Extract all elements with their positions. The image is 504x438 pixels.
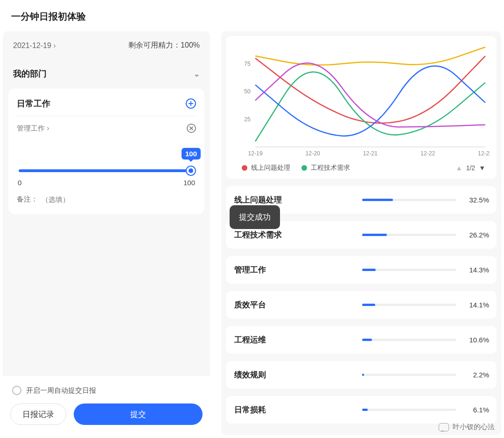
- progress-bar: [362, 339, 456, 341]
- add-task-button[interactable]: [186, 98, 196, 109]
- progress-percent: 14.3%: [463, 266, 489, 274]
- progress-item: 工程运维10.6%: [226, 326, 497, 354]
- progress-percent: 32.5%: [463, 196, 489, 204]
- toast-success: 提交成功: [230, 205, 280, 229]
- chevron-right-icon: ›: [47, 124, 49, 132]
- department-dropdown[interactable]: 我的部门 ⌄: [3, 60, 210, 86]
- legend-label: 线上问题处理: [251, 164, 290, 172]
- progress-label: 日常损耗: [234, 404, 356, 415]
- progress-item: 日常损耗6.1%: [226, 396, 497, 424]
- progress-percent: 10.6%: [463, 336, 489, 344]
- right-panel: 25507512-1912-2012-2112-2212-23 线上问题处理工程…: [221, 31, 501, 435]
- energy-slider[interactable]: [19, 169, 194, 172]
- progress-label: 绩效规则: [234, 369, 356, 380]
- remaining-energy: 剩余可用精力：100%: [128, 41, 200, 50]
- pager-prev[interactable]: ▲: [456, 164, 462, 172]
- left-panel: 2021-12-19 › 剩余可用精力：100% 我的部门 ⌄ 日常工作 管理工…: [3, 31, 210, 435]
- svg-text:12-22: 12-22: [420, 150, 435, 157]
- svg-text:25: 25: [244, 116, 251, 123]
- progress-percent: 6.1%: [463, 406, 489, 414]
- slider-thumb[interactable]: [187, 167, 195, 175]
- svg-text:12-20: 12-20: [306, 150, 321, 157]
- progress-label: 线上问题处理: [234, 195, 356, 205]
- svg-text:12-23: 12-23: [478, 150, 490, 157]
- remark-input[interactable]: [42, 195, 163, 203]
- legend-dot: [301, 165, 307, 171]
- progress-bar: [362, 304, 456, 306]
- progress-bar: [362, 374, 456, 376]
- slider-max: 100: [183, 179, 195, 187]
- progress-percent: 26.2%: [463, 231, 489, 239]
- progress-percent: 2.2%: [463, 371, 489, 379]
- remark-label: 备注：: [17, 195, 38, 204]
- legend-label: 工程技术需求: [311, 164, 350, 172]
- wechat-icon: [439, 423, 449, 431]
- chevron-right-icon: ›: [53, 42, 56, 49]
- pager-text: 1/2: [466, 164, 475, 172]
- svg-text:12-21: 12-21: [363, 150, 378, 157]
- pager-next[interactable]: ▼: [479, 164, 485, 172]
- chart-legend: 线上问题处理工程技术需求: [242, 164, 357, 172]
- remove-task-button[interactable]: [187, 124, 196, 133]
- progress-bar: [362, 234, 456, 236]
- svg-text:12-19: 12-19: [248, 150, 263, 157]
- progress-bar: [362, 199, 456, 201]
- department-label: 我的部门: [13, 68, 47, 79]
- progress-bar: [362, 409, 456, 411]
- progress-bar: [362, 269, 456, 271]
- chevron-down-icon: ⌄: [194, 70, 200, 78]
- slider-value-bubble: 100: [182, 148, 201, 160]
- task-name[interactable]: 管理工作 ›: [17, 124, 49, 133]
- log-button[interactable]: 日报记录: [10, 403, 66, 425]
- auto-submit-radio[interactable]: [12, 386, 21, 395]
- progress-label: 管理工作: [234, 264, 356, 275]
- progress-label: 工程运维: [234, 334, 356, 345]
- svg-text:50: 50: [244, 88, 251, 95]
- progress-item: 质效平台14.1%: [226, 291, 497, 319]
- progress-percent: 14.1%: [463, 301, 489, 309]
- chart-card: 25507512-1912-2012-2112-2212-23 线上问题处理工程…: [226, 36, 497, 179]
- progress-item: 管理工作14.3%: [226, 256, 497, 284]
- task-card: 日常工作 管理工作 › 100 0 100: [8, 89, 204, 214]
- legend-dot: [242, 165, 247, 171]
- progress-label: 工程技术需求: [234, 229, 356, 240]
- line-chart: 25507512-1912-2012-2112-2212-23: [232, 44, 490, 161]
- svg-text:75: 75: [244, 61, 251, 67]
- submit-button[interactable]: 提交: [74, 403, 203, 425]
- watermark: 叶小钗的心法: [439, 423, 495, 431]
- slider-min: 0: [18, 179, 21, 187]
- card-title: 日常工作: [17, 98, 50, 109]
- auto-submit-label: 开启一周自动提交日报: [26, 386, 96, 395]
- progress-item: 绩效规则2.2%: [226, 361, 497, 389]
- progress-label: 质效平台: [234, 299, 356, 310]
- date-picker[interactable]: 2021-12-19 ›: [13, 42, 56, 50]
- page-title: 一分钟日报初体验: [0, 0, 504, 31]
